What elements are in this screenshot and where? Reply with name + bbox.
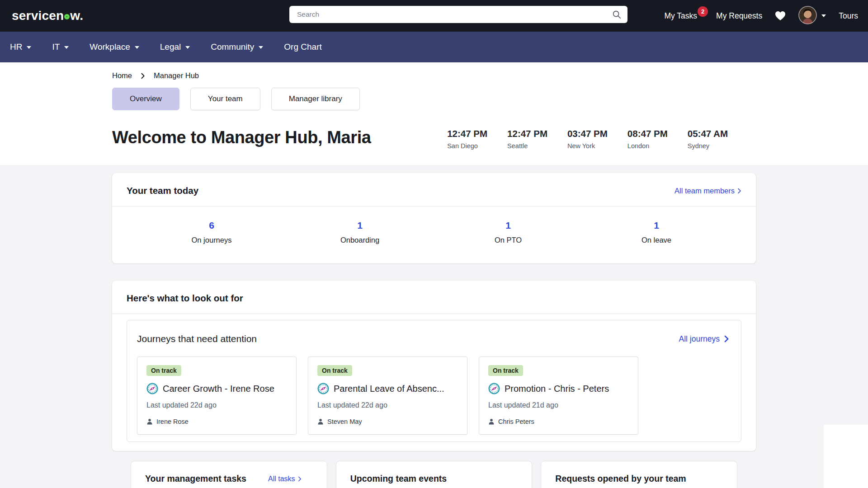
nav-item-community[interactable]: Community: [211, 42, 263, 52]
clock-seattle: 12:47 PM Seattle: [507, 128, 547, 150]
page-title: Welcome to Manager Hub, Maria: [112, 128, 371, 147]
compass-icon: [317, 383, 329, 394]
logo-green-o-icon: [64, 14, 70, 19]
tab-manager-library[interactable]: Manager library: [271, 88, 360, 110]
search-input[interactable]: [289, 6, 612, 23]
logo-text-left: servicen: [12, 9, 64, 23]
team-events-header: Upcoming team events: [336, 461, 532, 488]
breadcrumb: Home Manager Hub: [112, 71, 868, 80]
stat-label: On leave: [582, 236, 731, 244]
journey-title: Career Growth - Irene Rose: [163, 384, 274, 394]
chevron-right-icon: [724, 335, 729, 343]
nav-label: Org Chart: [284, 42, 321, 52]
lookout-title: Here's what to look out for: [127, 293, 243, 304]
header-actions: My Tasks 2 My Requests: [664, 0, 858, 32]
person-name: Irene Rose: [156, 418, 189, 425]
clock-city: Seattle: [507, 142, 547, 150]
stat-on-leave: 1 On leave: [582, 220, 731, 244]
clock-city: New York: [567, 142, 608, 150]
journey-updated: Last updated 21d ago: [488, 401, 629, 409]
management-tasks-card: Your management tasks All tasks: [131, 461, 327, 488]
team-today-title: Your team today: [127, 185, 198, 196]
journey-card-parental-leave[interactable]: On track Parental Leave of Absenc... Las…: [308, 357, 467, 435]
stat-label: On PTO: [434, 236, 582, 244]
my-tasks-link[interactable]: My Tasks 2: [664, 11, 703, 21]
team-today-header: Your team today All team members: [112, 173, 756, 206]
user-avatar[interactable]: [798, 6, 817, 26]
compass-icon: [488, 383, 500, 394]
status-badge: On track: [317, 365, 352, 376]
clock-time: 12:47 PM: [447, 128, 487, 139]
stat-on-pto: 1 On PTO: [434, 220, 582, 244]
servicenow-logo[interactable]: servicenw.: [12, 9, 83, 23]
management-tasks-header: Your management tasks All tasks: [131, 461, 327, 488]
nav-item-it[interactable]: IT: [52, 42, 69, 52]
all-tasks-link[interactable]: All tasks: [268, 475, 302, 483]
compass-icon: [146, 383, 158, 394]
clock-london: 08:47 PM London: [627, 128, 668, 150]
clock-time: 05:47 AM: [688, 128, 728, 139]
chevron-right-icon: [298, 476, 302, 482]
team-events-card: Upcoming team events: [336, 461, 533, 488]
tab-your-team[interactable]: Your team: [190, 88, 260, 110]
journey-title-row: Promotion - Chris - Peters: [488, 383, 629, 394]
clock-city: San Diego: [447, 142, 487, 150]
tab-overview[interactable]: Overview: [112, 88, 179, 110]
journey-person: Chris Peters: [488, 418, 629, 425]
nav-label: Legal: [160, 42, 181, 52]
primary-nav: HR IT Workplace Legal Community Org Char…: [0, 32, 868, 62]
breadcrumb-home[interactable]: Home: [112, 71, 132, 80]
chevron-right-icon: [140, 73, 146, 79]
journey-title: Parental Leave of Absenc...: [334, 384, 444, 394]
team-stats-row: 6 On journeys 1 Onboarding 1 On PTO 1 On…: [112, 206, 756, 263]
hub-tabs: Overview Your team Manager library: [112, 88, 868, 110]
bottom-right-panel: [824, 425, 868, 488]
chevron-down-icon: [185, 46, 190, 49]
your-team-today-card: Your team today All team members 6 On jo…: [112, 173, 756, 263]
chevron-down-icon[interactable]: [821, 14, 826, 17]
clock-city: London: [627, 142, 668, 150]
nav-item-org-chart[interactable]: Org Chart: [284, 42, 321, 52]
journey-cards-row: On track Career Growth - Irene Rose Last…: [137, 357, 731, 435]
nav-item-hr[interactable]: HR: [10, 42, 31, 52]
breadcrumb-current: Manager Hub: [154, 71, 199, 80]
all-journeys-link[interactable]: All journeys: [679, 334, 729, 344]
journey-updated: Last updated 22d ago: [146, 401, 287, 409]
tours-link[interactable]: Tours: [839, 11, 858, 21]
chevron-down-icon: [259, 46, 263, 49]
chevron-down-icon: [27, 46, 31, 49]
team-requests-title: Requests opened by your team: [555, 474, 686, 484]
global-search[interactable]: [289, 6, 627, 23]
all-team-members-link[interactable]: All team members: [675, 187, 741, 195]
my-requests-link[interactable]: My Requests: [716, 11, 762, 21]
stat-value-link[interactable]: 6: [137, 220, 286, 231]
clock-time: 08:47 PM: [627, 128, 668, 139]
dashboard-body: Your team today All team members 6 On jo…: [0, 165, 868, 488]
nav-item-legal[interactable]: Legal: [160, 42, 190, 52]
chevron-right-icon: [737, 188, 741, 194]
stat-label: Onboarding: [286, 236, 434, 244]
favorites-heart-icon[interactable]: [775, 11, 786, 21]
status-badge: On track: [146, 365, 181, 376]
nav-label: IT: [52, 42, 60, 52]
nav-item-workplace[interactable]: Workplace: [90, 42, 139, 52]
lookout-body: Journeys that need attention All journey…: [112, 314, 756, 451]
journey-title: Promotion - Chris - Peters: [505, 384, 609, 394]
search-icon[interactable]: [612, 9, 622, 19]
user-menu[interactable]: [798, 6, 826, 26]
link-label: All journeys: [679, 334, 720, 344]
journey-person: Steven May: [317, 418, 458, 425]
link-label: All tasks: [268, 475, 295, 483]
journey-card-promotion[interactable]: On track Promotion - Chris - Peters Last…: [479, 357, 638, 435]
my-tasks-badge: 2: [698, 6, 708, 17]
journey-card-career-growth[interactable]: On track Career Growth - Irene Rose Last…: [137, 357, 297, 435]
stat-value-link[interactable]: 1: [434, 220, 582, 231]
nav-label: Community: [211, 42, 254, 52]
journeys-title: Journeys that need attention: [137, 333, 257, 344]
stat-on-journeys: 6 On journeys: [137, 220, 286, 244]
stat-value-link[interactable]: 1: [582, 220, 731, 231]
person-name: Chris Peters: [498, 418, 534, 425]
stat-value-link[interactable]: 1: [286, 220, 434, 231]
team-events-title: Upcoming team events: [350, 474, 447, 484]
clock-time: 12:47 PM: [507, 128, 547, 139]
